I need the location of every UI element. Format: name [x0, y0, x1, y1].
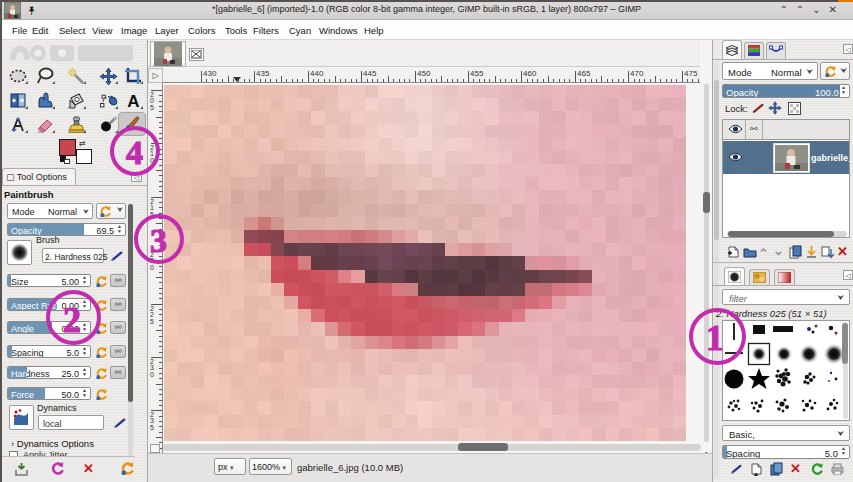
svg-text:A: A	[127, 92, 139, 110]
